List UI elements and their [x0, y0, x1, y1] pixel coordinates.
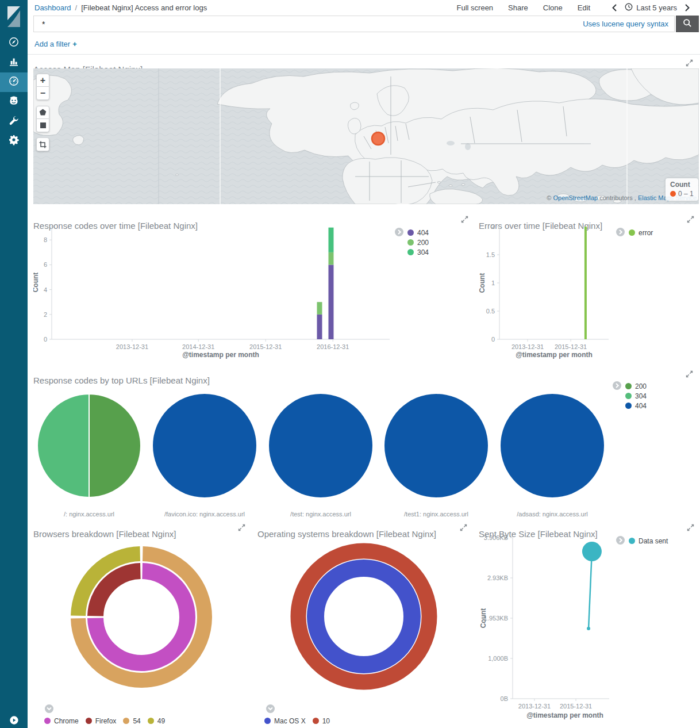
expand-panel-icon[interactable] — [686, 59, 693, 67]
time-forward-button[interactable] — [683, 4, 692, 12]
add-filter-link[interactable]: Add a filter — [34, 40, 70, 48]
legend-toggle-chevron-down-icon[interactable] — [45, 704, 53, 713]
time-picker: Last 5 years — [610, 3, 692, 13]
chart-legend: ChromeFirefox5449 — [44, 716, 165, 726]
sidebar-item-management[interactable] — [0, 131, 28, 151]
bar-segment-404[interactable] — [317, 315, 322, 339]
sidebar-item-dev-tools[interactable] — [0, 112, 28, 131]
pie-/adsasd: /adsasd: nginx.access.url — [500, 393, 605, 518]
bar-segment-304[interactable] — [328, 228, 333, 252]
legend-item-10[interactable]: 10 — [313, 716, 330, 726]
kibana-logo[interactable] — [0, 0, 28, 33]
chart-legend: error — [616, 228, 653, 237]
svg-text:1: 1 — [491, 279, 495, 286]
donut-segment-Mac OS X[interactable] — [316, 568, 412, 665]
draw-rectangle-button[interactable] — [36, 119, 49, 132]
search-input[interactable] — [34, 20, 583, 29]
legend-label: 54 — [133, 717, 140, 725]
legend-toggle-chevron-down-icon[interactable] — [266, 704, 275, 713]
svg-text:8: 8 — [44, 236, 47, 243]
svg-text:0.5: 0.5 — [486, 308, 495, 315]
legend-dot — [123, 718, 129, 724]
svg-text:@timestamp per month: @timestamp per month — [516, 351, 593, 359]
legend-item-404[interactable]: 404 — [625, 401, 647, 411]
menu-full-screen[interactable]: Full screen — [457, 3, 494, 12]
panel-access-map: Access Map [Filebeat Nginx] — [33, 58, 699, 212]
openstreetmap-link[interactable]: OpenStreetMap — [553, 194, 598, 201]
svg-text:6: 6 — [44, 261, 47, 268]
query-bar: Uses lucene query syntax — [28, 16, 700, 33]
pie-/: /: nginx.access.url — [37, 393, 141, 518]
pie-chart — [500, 393, 605, 498]
bar-segment-error[interactable] — [584, 227, 587, 339]
legend-item-304[interactable]: 304 — [407, 247, 429, 257]
search-button[interactable] — [676, 16, 699, 32]
sidebar-item-visualize[interactable] — [0, 53, 28, 72]
add-filter-plus-icon[interactable]: + — [72, 40, 77, 48]
legend-items: 200304404 — [625, 381, 647, 411]
pie-slice-200[interactable] — [89, 394, 141, 497]
legend-toggle-chevron-right-icon[interactable] — [616, 536, 625, 545]
chart-legend: Data sent — [616, 536, 668, 546]
legend-dot — [86, 718, 92, 724]
sidebar-item-discover[interactable] — [0, 33, 28, 53]
world-map[interactable]: + − Count 0 – 1 — [33, 68, 699, 204]
pie-slice-304[interactable] — [37, 394, 89, 497]
legend-item-49[interactable]: 49 — [148, 716, 165, 726]
legend-item-404[interactable]: 404 — [407, 228, 429, 237]
data-point-Data sent[interactable] — [582, 542, 602, 561]
bar-segment-404[interactable] — [328, 265, 333, 339]
breadcrumb-current-title: [Filebeat Nginx] Access and error logs — [81, 3, 207, 12]
legend-item-error[interactable]: error — [629, 228, 653, 237]
legend-item-200[interactable]: 200 — [625, 381, 647, 391]
sidebar-item-dashboard[interactable] — [0, 72, 28, 92]
panel-sent-byte-size: Sent Byte Size [Filebeat Nginx] 0B1,000B… — [479, 522, 700, 728]
top-nav-bar: Dashboard / [Filebeat Nginx] Access and … — [28, 0, 700, 16]
lucene-syntax-link[interactable]: Uses lucene query syntax — [583, 20, 668, 28]
legend-item-Mac OS X[interactable]: Mac OS X — [264, 716, 306, 726]
sent_bytes-plot: 0B1,000B1.953KB2.93KB3.906KB2013-12-3120… — [479, 522, 700, 725]
legend-label: 304 — [635, 392, 647, 400]
legend-item-Data sent[interactable]: Data sent — [629, 536, 668, 546]
legend-label: Chrome — [54, 717, 79, 725]
bar-segment-200[interactable] — [328, 252, 333, 265]
legend-collapse-control — [266, 704, 275, 713]
legend-item-304[interactable]: 304 — [625, 391, 647, 401]
legend-toggle-chevron-right-icon[interactable] — [616, 228, 625, 236]
menu-share[interactable]: Share — [508, 3, 528, 12]
svg-text:2: 2 — [491, 223, 495, 230]
legend-toggle-chevron-right-icon[interactable] — [395, 228, 403, 236]
svg-text:Count: Count — [33, 273, 40, 293]
breadcrumb-separator: / — [75, 3, 78, 12]
svg-text:2015-12-31: 2015-12-31 — [555, 343, 587, 350]
time-back-button[interactable] — [610, 4, 619, 12]
sidebar-item-timelion[interactable] — [0, 92, 28, 112]
zoom-in-button[interactable]: + — [36, 74, 49, 87]
legend-item-Firefox[interactable]: Firefox — [86, 716, 117, 726]
sidebar-collapse-button[interactable] — [0, 714, 28, 728]
pie-slice-404[interactable] — [153, 394, 256, 497]
pie-slice-404[interactable] — [269, 394, 372, 497]
zoom-out-button[interactable]: − — [36, 87, 49, 100]
svg-text:Count: Count — [479, 608, 487, 629]
map-point-marker[interactable] — [372, 132, 384, 145]
donut-segment-Firefox[interactable] — [95, 571, 140, 616]
legend-item-Chrome[interactable]: Chrome — [44, 716, 79, 726]
top-urls-pies: /: nginx.access.url/favicon.ico: nginx.a… — [33, 369, 700, 520]
breadcrumb-dashboard-link[interactable]: Dashboard — [34, 3, 71, 12]
data-point-Data sent[interactable] — [587, 627, 590, 630]
time-range-button[interactable]: Last 5 years — [625, 3, 677, 13]
pie-slice-404[interactable] — [501, 394, 604, 497]
menu-edit[interactable]: Edit — [578, 3, 590, 12]
legend-item-200[interactable]: 200 — [407, 237, 429, 247]
pie-slice-404[interactable] — [384, 394, 488, 497]
pie-/test1: /test1: nginx.access.url — [384, 393, 489, 518]
legend-dot — [625, 393, 632, 399]
bar-segment-200[interactable] — [317, 302, 322, 315]
legend-item-54[interactable]: 54 — [123, 716, 140, 726]
draw-polygon-button[interactable] — [36, 106, 49, 119]
legend-toggle-chevron-right-icon[interactable] — [613, 381, 621, 390]
gauge-icon — [8, 75, 20, 89]
menu-clone[interactable]: Clone — [543, 3, 563, 12]
crop-icon[interactable] — [36, 138, 49, 151]
